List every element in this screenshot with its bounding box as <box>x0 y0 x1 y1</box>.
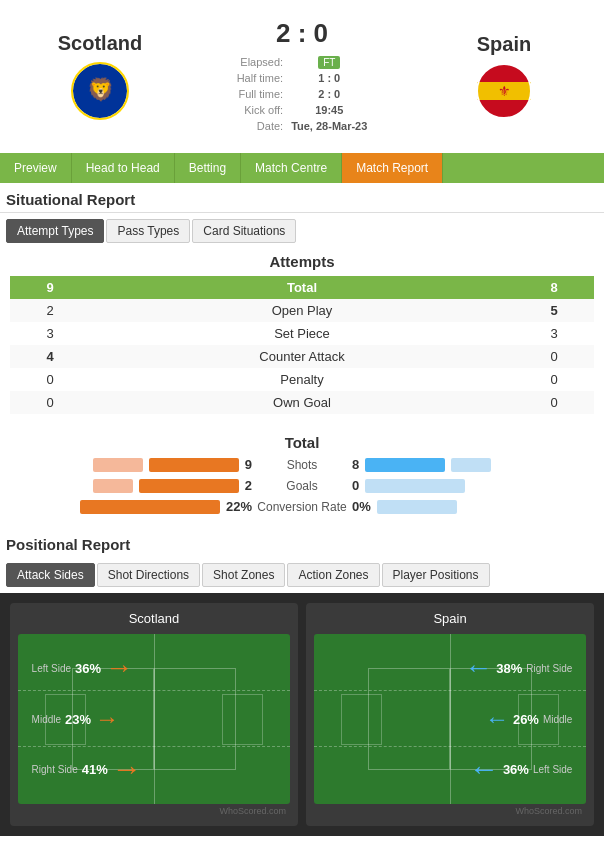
stat-label-goals: Goals <box>252 479 352 493</box>
attempts-row-0: 2 Open Play 5 <box>10 299 594 322</box>
kickoff-label: Kick off: <box>234 103 286 117</box>
svg-text:⚜: ⚜ <box>498 83 511 99</box>
scotland-pitch: Scotland Left Side 36% → Middle 23 <box>10 603 298 826</box>
scotland-middle-row: Middle 23% → <box>32 707 120 731</box>
situational-heading: Situational Report <box>0 183 604 213</box>
attempts-away-1: 3 <box>514 322 594 345</box>
dashed-bottom <box>18 746 290 747</box>
positional-sub-tabs: Attack Sides Shot Directions Shot Zones … <box>0 557 604 593</box>
bar-spain-shots-light <box>451 458 491 472</box>
attempts-table: 9 Total 8 2 Open Play 5 3 Set Piece 3 4 … <box>10 276 594 414</box>
stat-row-shots: 9 Shots 8 <box>10 457 594 472</box>
bar-spain-shots <box>365 458 445 472</box>
bar-scotland-shots-wrap: 9 <box>10 457 252 472</box>
stat-away-goals: 0 <box>352 478 359 493</box>
bar-scotland-shots-light <box>93 458 143 472</box>
bar-spain-goals-light <box>365 479 465 493</box>
elapsed-value: FT <box>288 55 370 69</box>
tab-preview[interactable]: Preview <box>0 153 72 183</box>
attempts-row-1: 3 Set Piece 3 <box>10 322 594 345</box>
attempts-home-total: 9 <box>10 276 90 299</box>
scotland-logo: 🦁 <box>70 61 130 121</box>
stat-row-conversion: 22% Conversion Rate 0% <box>10 499 594 514</box>
score-display: 2 : 0 <box>180 18 424 49</box>
attempts-section: Attempts 9 Total 8 2 Open Play 5 3 Set P… <box>0 249 604 424</box>
scotland-right-label: Right Side <box>32 764 78 775</box>
tab-match-centre[interactable]: Match Centre <box>241 153 342 183</box>
bar-scotland-goals <box>139 479 239 493</box>
fulltime-label: Full time: <box>234 87 286 101</box>
spain-left-pct: 36% <box>503 762 529 777</box>
date-label: Date: <box>234 119 286 133</box>
sub-tab-pass-types[interactable]: Pass Types <box>106 219 190 243</box>
spain-logo: ⚜ <box>475 62 533 120</box>
stat-label-conv: Conversion Rate <box>252 500 352 514</box>
stat-home-conv: 22% <box>226 499 252 514</box>
scotland-field: Left Side 36% → Middle 23% → Right Side … <box>18 634 290 804</box>
spain-middle-arrow: ← <box>485 707 509 731</box>
positional-heading: Positional Report <box>0 530 604 557</box>
pos-tab-action-zones[interactable]: Action Zones <box>287 563 379 587</box>
attempts-away-4: 0 <box>514 391 594 414</box>
spain-left-label: Left Side <box>533 764 572 775</box>
attempts-label-2: Counter Attack <box>90 345 514 368</box>
tab-match-report[interactable]: Match Report <box>342 153 443 183</box>
total-title: Total <box>10 434 594 451</box>
spain-small-box-left <box>341 694 382 745</box>
bar-spain-shots-wrap: 8 <box>352 457 594 472</box>
attempts-away-0: 5 <box>514 299 594 322</box>
bar-scotland-conv <box>80 500 220 514</box>
bar-spain-goals-wrap: 0 <box>352 478 594 493</box>
pos-tab-shot-dir[interactable]: Shot Directions <box>97 563 200 587</box>
pos-tab-attack-sides[interactable]: Attack Sides <box>6 563 95 587</box>
spain-dashed-top <box>314 690 586 691</box>
attempts-row-4: 0 Own Goal 0 <box>10 391 594 414</box>
team-home-name: Scotland <box>58 32 142 55</box>
sub-tab-attempt-types[interactable]: Attempt Types <box>6 219 104 243</box>
spain-middle-pct: 26% <box>513 712 539 727</box>
attempts-home-2: 4 <box>10 345 90 368</box>
stat-away-shots: 8 <box>352 457 359 472</box>
halftime-value: 1 : 0 <box>288 71 370 85</box>
attempts-away-3: 0 <box>514 368 594 391</box>
attempts-home-1: 3 <box>10 322 90 345</box>
scotland-middle-arrow: → <box>95 707 119 731</box>
bar-scotland-goals-wrap: 2 <box>10 478 252 493</box>
spain-right-arrow: ← <box>464 654 492 682</box>
attempts-label-4: Own Goal <box>90 391 514 414</box>
spain-pitch-title: Spain <box>314 611 586 626</box>
match-details: Elapsed: FT Half time: 1 : 0 Full time: … <box>232 53 373 135</box>
kickoff-value: 19:45 <box>288 103 370 117</box>
spain-left-side-row: Left Side 36% ← <box>469 754 573 784</box>
stat-home-shots: 9 <box>245 457 252 472</box>
situational-sub-tabs: Attempt Types Pass Types Card Situations <box>0 213 604 249</box>
attempts-away-total: 8 <box>514 276 594 299</box>
scotland-left-pct: 36% <box>75 661 101 676</box>
tab-head-to-head[interactable]: Head to Head <box>72 153 175 183</box>
stat-away-conv: 0% <box>352 499 371 514</box>
spain-left-arrow: ← <box>469 754 499 784</box>
tab-betting[interactable]: Betting <box>175 153 241 183</box>
attempts-header-row: 9 Total 8 <box>10 276 594 299</box>
pos-tab-player-pos[interactable]: Player Positions <box>382 563 490 587</box>
attempts-label-3: Penalty <box>90 368 514 391</box>
scotland-middle-label: Middle <box>32 714 61 725</box>
dashed-top <box>18 690 290 691</box>
pos-tab-shot-zones[interactable]: Shot Zones <box>202 563 285 587</box>
spain-right-label: Right Side <box>526 663 572 674</box>
attempts-home-4: 0 <box>10 391 90 414</box>
match-header: Scotland 🦁 2 : 0 Elapsed: FT Half <box>0 0 604 153</box>
bar-scotland-shots <box>149 458 239 472</box>
spain-field: Right Side 38% ← Middle 26% ← Left Side … <box>314 634 586 804</box>
bar-spain-conv-wrap: 0% <box>352 499 594 514</box>
halftime-label: Half time: <box>234 71 286 85</box>
nav-tabs: Preview Head to Head Betting Match Centr… <box>0 153 604 183</box>
ft-badge: FT <box>318 56 340 69</box>
sub-tab-card-situations[interactable]: Card Situations <box>192 219 296 243</box>
spain-middle-label: Middle <box>543 714 572 725</box>
attempts-row-3: 0 Penalty 0 <box>10 368 594 391</box>
scotland-right-side-row: Right Side 41% → <box>32 754 142 784</box>
scotland-left-side-row: Left Side 36% → <box>32 654 134 682</box>
elapsed-label: Elapsed: <box>234 55 286 69</box>
scotland-pitch-title: Scotland <box>18 611 290 626</box>
